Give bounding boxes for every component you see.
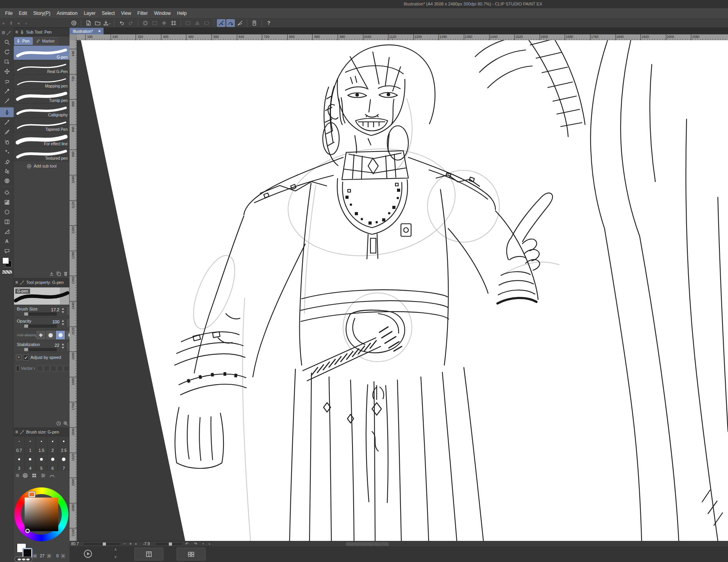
sub-tool-textured-pen[interactable]: Textured pen [14,147,70,161]
anti-aliasing-none-button[interactable] [36,331,45,339]
chevron-up-icon[interactable]: ∧ [114,547,117,551]
brush-size-2.5[interactable]: 2.5 [58,436,70,454]
tool-property-header[interactable]: ≡ Tool property: G-pen [14,278,70,287]
sub-tool-calligraphy[interactable]: Calligraphy [14,103,70,118]
open-file-button[interactable] [93,19,102,27]
s-channel-value[interactable]: 0 [52,553,59,558]
palette-menu-icon[interactable]: ≡ [2,29,5,36]
h-channel-value[interactable]: 27 [38,553,45,558]
flip-view-button[interactable] [134,548,163,560]
tool-pencil[interactable] [0,117,14,127]
menu-edit[interactable]: Edit [16,8,30,18]
fit-to-screen-button[interactable]: ▪ [135,542,137,546]
brush-size-1[interactable]: 1 [25,436,36,454]
tool-text[interactable]: A [0,236,14,246]
brush-size-1.5[interactable]: 1.5 [36,436,47,454]
tool-airbrush[interactable] [0,137,14,146]
tool-eraser[interactable] [0,156,14,166]
sub-tool-tab-pen[interactable]: Pen [14,37,33,45]
chevron-down-icon[interactable]: ∨ [114,555,117,559]
reset-view-button[interactable]: ◔ [202,542,204,546]
snap-special-ruler-button[interactable] [226,19,235,27]
brush-size-4[interactable]: 4 [25,454,36,472]
tool-ruler[interactable] [0,227,14,236]
vector-magnet-checkbox[interactable] [16,366,20,371]
rotate-left-button[interactable]: ↶ [185,542,188,546]
expand-icon[interactable]: + [16,355,21,360]
snap-ruler-button[interactable] [217,19,225,27]
brush-size-stepper[interactable] [61,307,65,314]
menu-select[interactable]: Select [98,8,118,18]
redo-button[interactable] [127,19,135,27]
opacity-slider[interactable] [25,325,57,328]
canvas-viewport[interactable] [77,40,728,541]
save-file-button[interactable]: ⌄ [103,19,111,27]
tool-magnifier[interactable] [0,37,14,47]
zoom-in-button[interactable]: + [129,542,132,546]
menu-storyp[interactable]: Story(P) [30,8,54,18]
tool-move-layer[interactable] [0,66,14,76]
tool-gradient[interactable] [0,197,14,207]
sub-tool-turnip-pen[interactable]: Turnip pen [14,89,70,103]
brush-size-panel-header[interactable]: ≡ Brush size: G-pen [14,428,70,436]
deselect-button[interactable] [141,19,150,27]
rotation-slider[interactable] [156,543,182,545]
sub-tool-for-effect-line[interactable]: For effect line [14,132,70,147]
tool-balloon[interactable] [0,246,14,256]
menu-layer[interactable]: Layer [80,8,98,18]
brush-size-7[interactable]: 7 [58,454,70,472]
add-sub-tool-button[interactable]: Add sub tool [14,161,70,171]
opacity-stepper[interactable] [61,319,65,326]
panel-menu-icon[interactable]: ≡ [15,29,18,35]
help-button[interactable]: ? [265,19,273,27]
brush-size-popup-button[interactable] [66,306,70,316]
menu-file[interactable]: File [2,8,16,18]
brush-size-3[interactable]: 3 [14,454,25,472]
menu-help[interactable]: Help [174,8,190,18]
csp-logo-button[interactable] [70,19,78,27]
brush-size-6[interactable]: 6 [47,454,59,472]
opacity-value[interactable]: 100 [52,319,59,324]
zoom-out-button[interactable]: − [123,542,126,546]
vector-magnet-options[interactable] [37,366,70,371]
saturation-value-marker[interactable] [25,529,30,533]
sub-tool-tab-marker[interactable]: Marker [34,37,59,45]
collapse-icon[interactable]: « [2,21,5,25]
collapse-icon[interactable]: ‹ [25,21,27,25]
tool-eyedropper[interactable] [0,96,14,105]
tool-palette-header[interactable]: ≡ [0,28,13,37]
sub-tool-tapered-pen[interactable]: Tapered Pen [14,118,70,132]
sub-tool-real-g-pen[interactable]: Real G-Pen [14,60,70,75]
panel-menu-icon[interactable]: ≡ [15,280,18,285]
hue-marker[interactable] [29,492,35,497]
foreground-color-swatch[interactable] [2,257,9,264]
select-poly-button[interactable] [193,19,202,27]
collapse-icon[interactable]: ‖ [10,21,12,25]
horizontal-scrollbar-thumb[interactable] [346,542,389,546]
panel-menu-icon[interactable]: ≡ [16,472,19,479]
transparent-color-swatch[interactable] [2,270,13,274]
brush-size-5[interactable]: 5 [36,454,47,472]
timelapse-play-button[interactable] [83,549,93,559]
tool-decoration[interactable] [0,146,14,156]
sub-tool-mapping-pen[interactable]: Mapping pen [14,75,70,89]
tool-rotate-view[interactable] [0,47,14,57]
rotation-value[interactable]: -7.9 [143,542,150,546]
stabilization-slider[interactable] [25,348,57,351]
zoom-value[interactable]: 80.7 [71,542,79,546]
brush-size-0.7[interactable]: 0.7 [14,436,25,454]
new-canvas-button[interactable] [84,19,93,27]
tool-operation[interactable] [0,57,14,66]
tool-frame[interactable] [0,217,14,227]
brush-size-2[interactable]: 2 [47,436,59,454]
dropdown-caret-icon[interactable]: ⌄ [108,21,111,25]
tool-fill[interactable] [0,187,14,197]
stabilization-popup-button[interactable] [66,342,70,351]
workspace-collapse-icons[interactable]: «‖«‹ [0,21,70,25]
select-rounded-button[interactable] [202,19,211,27]
tool-auto-select[interactable] [0,86,14,96]
brush-preview[interactable]: G-pen [14,287,69,305]
tablet-mode-button[interactable] [250,19,259,27]
panel-menu-icon[interactable]: ≡ [15,429,18,435]
navigator-button[interactable] [177,548,206,560]
